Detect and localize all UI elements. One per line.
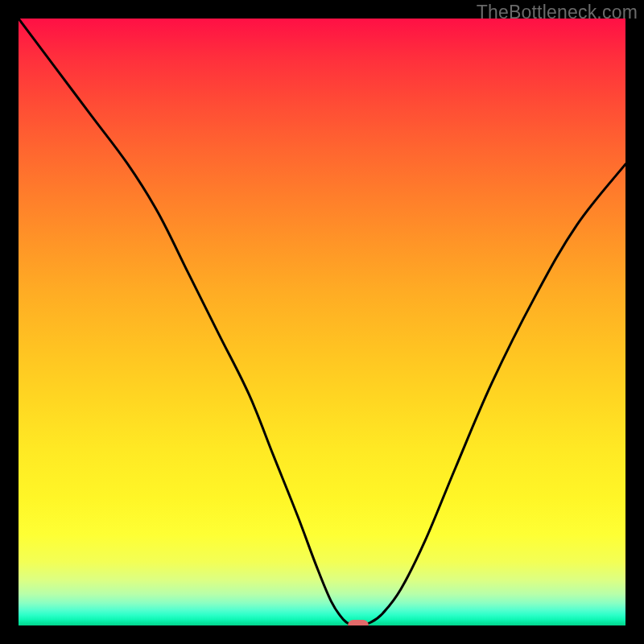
chart-frame: TheBottleneck.com [0, 0, 644, 644]
bottleneck-curve-path [19, 19, 625, 625]
optimal-marker [348, 620, 369, 625]
plot-area [19, 19, 625, 625]
curve-svg [19, 19, 625, 625]
